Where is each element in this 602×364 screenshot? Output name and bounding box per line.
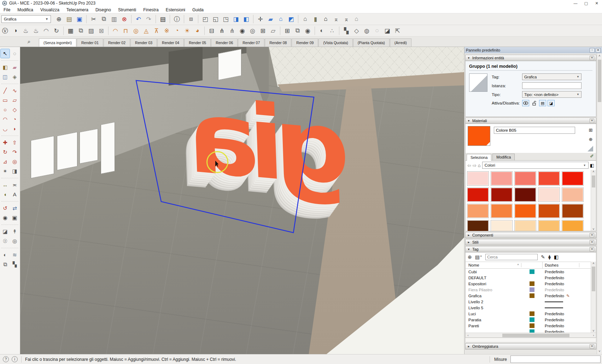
section-plane-blue-icon[interactable]: ▰ bbox=[266, 14, 275, 24]
vray-update-icon[interactable]: ↻ bbox=[52, 26, 61, 36]
color-swatch-6[interactable] bbox=[491, 187, 513, 202]
tag-color-cell[interactable] bbox=[521, 269, 543, 274]
delete-icon[interactable]: ⊗ bbox=[119, 14, 129, 24]
vray-asset-editor-icon[interactable]: ◑ bbox=[11, 26, 20, 36]
lasso-tool[interactable]: ◌ bbox=[10, 49, 19, 58]
dimension-tool[interactable]: ≍ bbox=[10, 180, 19, 189]
light-spot-icon[interactable]: ◬ bbox=[141, 26, 151, 36]
text-tool[interactable]: A bbox=[10, 190, 19, 199]
tag-color-chip[interactable] bbox=[530, 287, 534, 292]
tag-row-paratia[interactable]: ParatiaPredefinito bbox=[466, 317, 596, 323]
tag-search-input[interactable] bbox=[485, 254, 538, 260]
tag-row-espositori[interactable]: EspositoriPredefinito bbox=[466, 281, 596, 287]
cube-dark-icon[interactable]: ◪ bbox=[382, 26, 392, 36]
proxy-icon[interactable]: ▱ bbox=[268, 26, 278, 36]
new-icon[interactable]: ⊕ bbox=[54, 14, 64, 24]
pan-tool[interactable]: ⇄ bbox=[10, 204, 19, 213]
protractor-tool[interactable]: ◖ bbox=[1, 190, 10, 199]
details-menu-icon[interactable]: ◧ bbox=[590, 163, 594, 168]
component-blue-icon[interactable]: ◧ bbox=[241, 14, 251, 24]
color-swatch-1[interactable] bbox=[491, 171, 513, 186]
tag-dashes-cell[interactable]: Predefinito bbox=[543, 276, 584, 280]
tag-dashes-cell[interactable]: Predefinito bbox=[543, 330, 584, 333]
roof-a-icon[interactable]: ⌅ bbox=[331, 14, 341, 24]
tags-hscrollbar[interactable]: ‹ › bbox=[466, 333, 596, 338]
edit-component-icon[interactable]: ◰ bbox=[200, 14, 210, 24]
rotated-rectangle-tool[interactable]: ▱ bbox=[10, 96, 19, 105]
istanza-field[interactable] bbox=[522, 82, 581, 89]
tag-color-cell[interactable] bbox=[521, 311, 543, 316]
three-point-arc-tool[interactable]: ◡ bbox=[1, 124, 10, 133]
tag-color-chip[interactable] bbox=[530, 281, 534, 286]
active-tag-dropdown[interactable]: Grafica ▼ bbox=[1, 15, 51, 23]
tape-measure-tool[interactable]: ↔ bbox=[1, 180, 10, 189]
tray-scrollbar[interactable]: ˄ ˅ bbox=[597, 53, 602, 354]
scene-tab-render02[interactable]: Render 02 bbox=[104, 38, 130, 47]
paste-icon[interactable]: ▥ bbox=[109, 14, 119, 24]
line-tool[interactable]: ╱ bbox=[1, 86, 10, 95]
select-tool[interactable]: ↖ bbox=[1, 49, 10, 58]
decal-icon[interactable]: ◐ bbox=[317, 26, 327, 36]
minimize-button[interactable]: — bbox=[570, 1, 581, 6]
tag-dashes-cell[interactable]: Predefinito bbox=[543, 324, 584, 328]
scroll-down-icon[interactable]: ˅ bbox=[591, 227, 596, 231]
mesh-export-icon[interactable]: ⊞ bbox=[258, 26, 268, 36]
tag-dashes-cell[interactable]: Predefinito bbox=[543, 312, 584, 316]
default-material-swatch[interactable] bbox=[588, 146, 593, 151]
save-icon[interactable]: ▣ bbox=[75, 14, 84, 24]
sun-icon[interactable]: ☀ bbox=[182, 26, 192, 36]
scene-tab-render01[interactable]: Render 01 bbox=[77, 38, 103, 47]
visible-toggle[interactable] bbox=[522, 100, 529, 106]
tag-dashes-cell[interactable]: Predefinito✎ bbox=[543, 293, 584, 298]
dynamic-component-icon[interactable]: ◨ bbox=[231, 14, 241, 24]
pencil-icon[interactable]: ✎ bbox=[541, 254, 545, 260]
zoom-window-tool[interactable]: ▣ bbox=[10, 213, 19, 222]
position-camera-tool[interactable]: ☉ bbox=[1, 237, 10, 245]
orbit-tool[interactable]: ↺ bbox=[1, 204, 10, 213]
scatter-dots-icon[interactable]: ∴ bbox=[327, 26, 337, 36]
menu-visualizza[interactable]: Visualizza bbox=[37, 7, 63, 13]
details-menu-icon[interactable]: ◧ bbox=[554, 254, 559, 260]
tag-color-cell[interactable] bbox=[521, 287, 543, 292]
look-around-tool[interactable]: ◎ bbox=[10, 237, 19, 245]
color-swatch-7[interactable] bbox=[514, 187, 536, 202]
color-swatch-17[interactable] bbox=[514, 220, 536, 231]
menu-modifica[interactable]: Modifica bbox=[14, 7, 37, 13]
color-swatch-2[interactable] bbox=[514, 171, 536, 186]
eraser-tool[interactable]: ▰ bbox=[10, 63, 19, 72]
axes-tool[interactable]: ✴ bbox=[1, 167, 10, 175]
roof-b-icon[interactable]: ⌅ bbox=[341, 14, 351, 24]
close-section-icon[interactable]: ✕ bbox=[590, 344, 594, 348]
pie-tool[interactable]: ◔ bbox=[10, 115, 19, 124]
home-icon[interactable]: ⌂ bbox=[321, 14, 331, 24]
close-tray-icon[interactable]: ✕ bbox=[596, 48, 601, 53]
solid-tools-tool[interactable]: ◨ bbox=[10, 167, 19, 175]
light-plane-icon[interactable]: ⊓ bbox=[121, 26, 130, 36]
tag-row-fiera-pilastro[interactable]: Fiera PilastroPredefinito bbox=[466, 287, 596, 293]
tag-row-pareti[interactable]: ParetiPredefinito bbox=[466, 323, 596, 329]
scroll-up-icon[interactable]: ˄ bbox=[591, 262, 596, 265]
section-header-shadows[interactable]: ► Ombreggiatura ✕ bbox=[465, 343, 596, 350]
tag-dashes-cell[interactable]: Predefinito bbox=[543, 318, 584, 322]
print-icon[interactable]: ▤ bbox=[158, 14, 168, 24]
scene-tab-render05[interactable]: Render 05 bbox=[184, 38, 211, 47]
donut-icon[interactable]: ◌ bbox=[372, 26, 382, 36]
menu-guida[interactable]: Guida bbox=[189, 7, 207, 13]
tag-color-chip[interactable] bbox=[530, 329, 534, 333]
polygon-tool[interactable]: ◇ bbox=[10, 105, 19, 114]
clipper-icon[interactable]: ◎ bbox=[248, 26, 257, 36]
receive-shadows-toggle[interactable]: ▤ bbox=[539, 100, 546, 106]
light-omni-icon[interactable]: ※ bbox=[162, 26, 171, 36]
measurements-field[interactable] bbox=[510, 356, 601, 363]
make-component-icon[interactable]: ⧈ bbox=[186, 14, 196, 24]
in-model-home-icon[interactable]: ⌂ bbox=[478, 163, 481, 168]
color-swatch-13[interactable] bbox=[538, 204, 560, 218]
section-header-entity-info[interactable]: ▼ Informazioni entità ✕ bbox=[465, 55, 596, 61]
forward-arrow-icon[interactable]: ⇨ bbox=[473, 163, 477, 168]
close-section-icon[interactable]: ✕ bbox=[590, 247, 594, 251]
color-swatch-16[interactable] bbox=[491, 220, 513, 231]
info-icon[interactable]: ⓘ bbox=[172, 14, 182, 24]
menu-disegno[interactable]: Disegno bbox=[92, 7, 115, 13]
color-column-header[interactable] bbox=[521, 262, 543, 268]
color-swatch-11[interactable] bbox=[491, 204, 513, 218]
